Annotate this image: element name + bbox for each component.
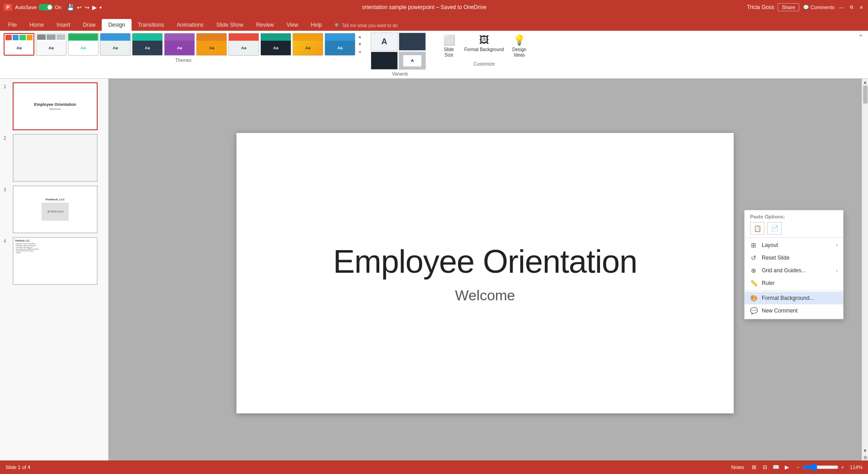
new-comment-icon: 💬 <box>750 307 757 314</box>
undo-icon[interactable]: ↩ <box>77 4 82 11</box>
tab-review[interactable]: Review <box>250 19 280 31</box>
theme-3[interactable]: Aa <box>68 33 99 56</box>
variant-3[interactable] <box>371 52 398 70</box>
format-bg-icon: 🎨 <box>750 294 757 302</box>
slide-subtitle[interactable]: Welcome <box>455 287 515 304</box>
context-reset-slide[interactable]: ↺ Reset Slide <box>745 251 843 264</box>
tab-slideshow[interactable]: Slide Show <box>210 19 250 31</box>
tab-help[interactable]: Help <box>305 19 329 31</box>
slide-thumb-2[interactable]: 2 <box>4 134 104 182</box>
scroll-thumb[interactable] <box>863 85 868 104</box>
new-comment-label: New Comment <box>762 308 797 314</box>
user-name: Tricia Goss <box>747 4 774 10</box>
grid-guides-icon: ⊕ <box>750 267 757 274</box>
theme-6[interactable]: Aa <box>164 33 195 56</box>
customize-qat-icon[interactable]: ▾ <box>99 5 102 10</box>
variant-1[interactable]: A <box>371 33 398 51</box>
zoom-in-btn[interactable]: + <box>841 465 844 470</box>
canvas-area: Employee Orientation Welcome Paste Optio… <box>108 79 862 468</box>
theme-10[interactable]: Aa <box>292 33 323 56</box>
variants-row: A A <box>371 33 429 70</box>
share-btn[interactable]: Share <box>778 3 799 11</box>
present-icon[interactable]: ▶ <box>92 4 97 11</box>
slide-thumb-4[interactable]: 4 ParkDeck, LLC • Employee Personnel Han… <box>4 237 104 285</box>
tab-insert[interactable]: Insert <box>50 19 76 31</box>
paste-btn-2[interactable]: 📄 <box>767 222 782 235</box>
title-bar-title: orientation sample powerpoint – Saved to… <box>362 4 486 10</box>
fit-slide-btn[interactable]: ⊞ <box>863 455 867 460</box>
tab-design[interactable]: Design <box>102 19 131 31</box>
slideshow-btn[interactable]: ▶ <box>782 463 791 472</box>
slide-img-3[interactable]: ParkDeck, LLC ★ Welcome <box>13 185 98 233</box>
theme-9[interactable]: Aa <box>260 33 291 56</box>
autosave-status: On <box>55 5 61 10</box>
context-format-background[interactable]: 🎨 Format Background... <box>745 292 843 304</box>
slide-canvas[interactable]: Employee Orientation Welcome <box>236 133 734 413</box>
grid-guides-label: Grid and Guides... <box>762 267 806 274</box>
tab-home[interactable]: Home <box>23 19 50 31</box>
ribbon: File Home Insert Draw Design Transitions… <box>0 14 868 79</box>
minimize-button[interactable]: — <box>838 4 844 10</box>
autosave-toggle[interactable] <box>38 4 53 10</box>
close-button[interactable]: ✕ <box>858 4 864 10</box>
paste-btn-1[interactable]: 📋 <box>750 222 764 235</box>
themes-scroll[interactable]: ▲ ▼ ▾ <box>357 33 363 56</box>
theme-2[interactable]: Aa <box>36 33 66 56</box>
theme-4[interactable]: Aa <box>100 33 131 56</box>
theme-11[interactable]: Aa <box>325 33 355 56</box>
autosave-label: AutoSave <box>15 5 37 10</box>
zoom-out-btn[interactable]: − <box>797 465 799 470</box>
variant-2[interactable] <box>399 33 426 51</box>
zoom-level[interactable]: 114% <box>847 465 863 470</box>
slide-img-4[interactable]: ParkDeck, LLC • Employee Personnel Handb… <box>13 237 98 285</box>
tab-draw[interactable]: Draw <box>76 19 102 31</box>
tab-search[interactable]: 🔍 Tell me what you want to do <box>328 20 404 31</box>
context-layout[interactable]: ⊞ Layout › <box>745 239 843 251</box>
theme-5[interactable]: Aa <box>132 33 163 56</box>
main-area: 1 Employee Orientation Welcome 2 3 ParkD… <box>0 79 868 468</box>
theme-office[interactable]: Aa <box>4 33 34 56</box>
tab-file[interactable]: File <box>2 19 23 31</box>
save-icon[interactable]: 💾 <box>67 4 74 11</box>
theme-7[interactable]: Aa <box>196 33 227 56</box>
slide-img-1[interactable]: Employee Orientation Welcome <box>13 82 98 130</box>
title-bar-left: P AutoSave On 💾 ↩ ↪ ▶ ▾ <box>4 4 102 11</box>
scroll-down-btn[interactable]: ▼ <box>863 448 868 453</box>
slide-sorter-btn[interactable]: ⊟ <box>760 463 769 472</box>
reading-view-btn[interactable]: 📖 <box>771 463 780 472</box>
redo-icon[interactable]: ↪ <box>85 4 90 11</box>
context-menu: Paste Options: 📋 📄 ⊞ Layout › ↺ Reset Sl… <box>744 210 844 319</box>
themes-scroll-down[interactable]: ▼ <box>357 40 363 48</box>
variant-4[interactable]: A <box>399 52 426 70</box>
slide-size-label: SlideSize <box>444 47 454 58</box>
status-right: Notes ⊞ ⊟ 📖 ▶ − + 114% <box>731 463 863 472</box>
notes-button[interactable]: Notes <box>731 465 744 470</box>
comments-btn[interactable]: 💬 Comments <box>803 5 835 10</box>
scroll-track[interactable] <box>863 85 868 448</box>
slide-img-2[interactable] <box>13 134 98 182</box>
tab-view[interactable]: View <box>280 19 305 31</box>
context-grid-guides[interactable]: ⊕ Grid and Guides... › <box>745 264 843 277</box>
normal-view-btn[interactable]: ⊞ <box>750 463 759 472</box>
theme-8[interactable]: Aa <box>228 33 259 56</box>
ruler-label: Ruler <box>762 280 775 286</box>
slide-thumb-1[interactable]: 1 Employee Orientation Welcome <box>4 82 104 130</box>
slide-thumb-3[interactable]: 3 ParkDeck, LLC ★ Welcome <box>4 185 104 233</box>
context-new-comment[interactable]: 💬 New Comment <box>745 304 843 317</box>
themes-more[interactable]: ▾ <box>357 48 363 56</box>
zoom-range[interactable] <box>802 464 839 471</box>
tab-animations[interactable]: Animations <box>170 19 210 31</box>
context-ruler[interactable]: 📏 Ruler <box>745 277 843 289</box>
scroll-up-btn[interactable]: ▲ <box>863 80 868 85</box>
format-background-button[interactable]: 🖼 Format Background <box>462 33 506 60</box>
tab-transitions[interactable]: Transitions <box>132 19 170 31</box>
restore-button[interactable]: ⧉ <box>848 4 854 10</box>
customize-buttons-row: ⬜ SlideSize 🖼 Format Background 💡 Design… <box>437 33 531 60</box>
themes-scroll-up[interactable]: ▲ <box>357 33 363 40</box>
slide-size-button[interactable]: ⬜ SlideSize <box>437 33 461 60</box>
design-ideas-button[interactable]: 💡 DesignIdeas <box>508 33 531 60</box>
slide-title[interactable]: Employee Orientation <box>333 243 637 280</box>
paste-options-row: 📋 📄 <box>745 220 843 237</box>
collapse-ribbon-button[interactable]: ⌃ <box>857 33 864 42</box>
paste-options-label: Paste Options: <box>745 212 843 220</box>
